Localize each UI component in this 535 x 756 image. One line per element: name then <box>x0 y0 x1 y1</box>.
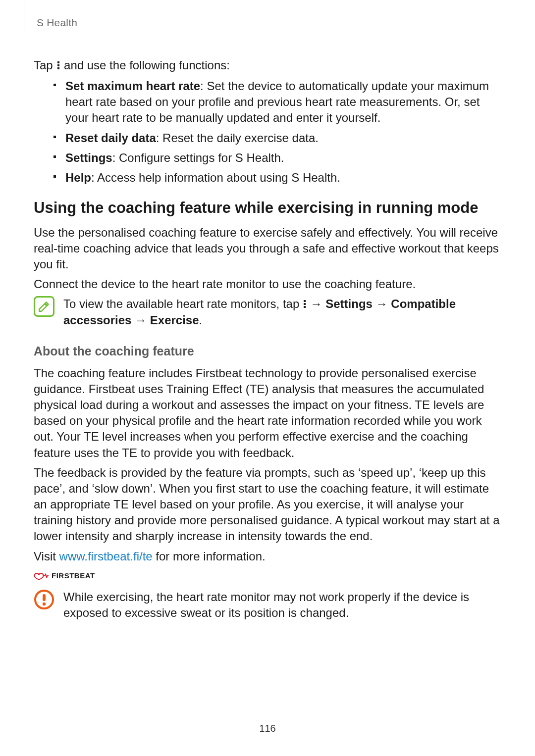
content: Tap and use the following functions: Set… <box>34 57 501 621</box>
warning-icon <box>34 589 54 610</box>
function-label: Reset daily data <box>65 131 156 145</box>
function-desc: : Reset the daily exercise data. <box>156 131 319 145</box>
firstbeat-logo: FIRSTBEAT <box>34 570 501 581</box>
list-item: Reset daily data: Reset the daily exerci… <box>54 130 501 146</box>
intro-line: Tap and use the following functions: <box>34 57 501 73</box>
header-rule <box>24 0 24 30</box>
page: S Health Tap and use the following funct… <box>0 0 535 756</box>
visit-line: Visit www.firstbeat.fi/te for more infor… <box>34 549 501 564</box>
warning-text: While exercising, the heart rate monitor… <box>63 589 501 621</box>
more-icon <box>56 60 60 70</box>
note-arrow: → <box>307 297 325 310</box>
section-paragraph: Connect the device to the heart rate mon… <box>34 276 501 292</box>
function-desc: : Configure settings for S Health. <box>112 151 284 164</box>
visit-suffix: for more information. <box>153 550 266 563</box>
note-bold: Exercise <box>150 313 199 327</box>
about-paragraph: The feedback is provided by the feature … <box>34 465 501 545</box>
intro-suffix: and use the following functions: <box>60 58 230 72</box>
bullet-icon <box>54 175 56 178</box>
functions-list: Set maximum heart rate: Set the device t… <box>34 78 501 186</box>
note-arrow: → <box>131 313 150 327</box>
note-arrow: → <box>373 297 391 310</box>
more-icon <box>303 299 307 309</box>
intro-prefix: Tap <box>34 58 56 72</box>
page-header-title: S Health <box>37 17 77 29</box>
list-item: Settings: Configure settings for S Healt… <box>54 150 501 166</box>
firstbeat-link[interactable]: www.firstbeat.fi/te <box>59 550 153 563</box>
bullet-icon <box>54 155 56 158</box>
brand-name: FIRSTBEAT <box>52 571 95 580</box>
section-paragraph: Use the personalised coaching feature to… <box>34 225 501 272</box>
bullet-icon <box>54 84 56 86</box>
svg-point-2 <box>43 602 46 605</box>
note-prefix: To view the available heart rate monitor… <box>63 297 303 310</box>
list-item: Help: Access help information about usin… <box>54 170 501 186</box>
warning-row: While exercising, the heart rate monitor… <box>34 589 501 621</box>
heartbeat-icon <box>34 570 49 581</box>
function-label: Help <box>65 171 91 184</box>
svg-rect-1 <box>43 594 46 601</box>
page-number: 116 <box>0 723 535 734</box>
visit-prefix: Visit <box>34 550 59 563</box>
list-item: Set maximum heart rate: Set the device t… <box>54 78 501 126</box>
note-row: To view the available heart rate monitor… <box>34 296 501 328</box>
note-text: To view the available heart rate monitor… <box>63 296 501 328</box>
function-label: Set maximum heart rate <box>65 79 200 93</box>
function-desc: : Access help information about using S … <box>91 171 340 184</box>
note-icon <box>34 296 54 317</box>
section-heading: Using the coaching feature while exercis… <box>34 199 501 218</box>
note-suffix: . <box>199 313 203 327</box>
pencil-icon <box>38 300 51 313</box>
exclamation-icon <box>34 589 54 610</box>
function-label: Settings <box>65 151 112 164</box>
about-paragraph: The coaching feature includes Firstbeat … <box>34 365 501 461</box>
bullet-icon <box>54 136 56 138</box>
about-heading: About the coaching feature <box>34 344 501 358</box>
note-bold: Settings <box>325 297 373 310</box>
